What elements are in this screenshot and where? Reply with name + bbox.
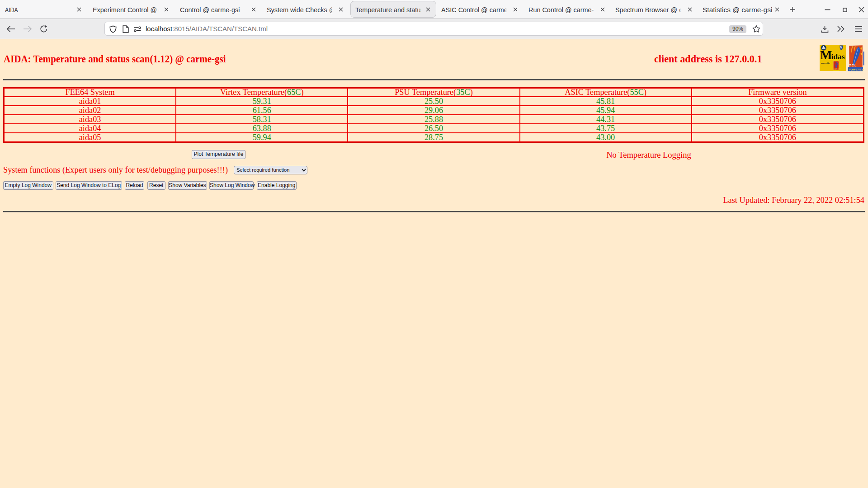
svg-text:M: M [820,48,832,62]
svg-text:powered by: powered by [821,62,830,64]
svg-text:idas: idas [831,52,845,61]
svg-text:TCL: TCL [849,64,857,67]
svg-text:POWERED: POWERED [849,68,864,71]
svg-text:S C R I P T: S C R I P T [834,68,840,70]
